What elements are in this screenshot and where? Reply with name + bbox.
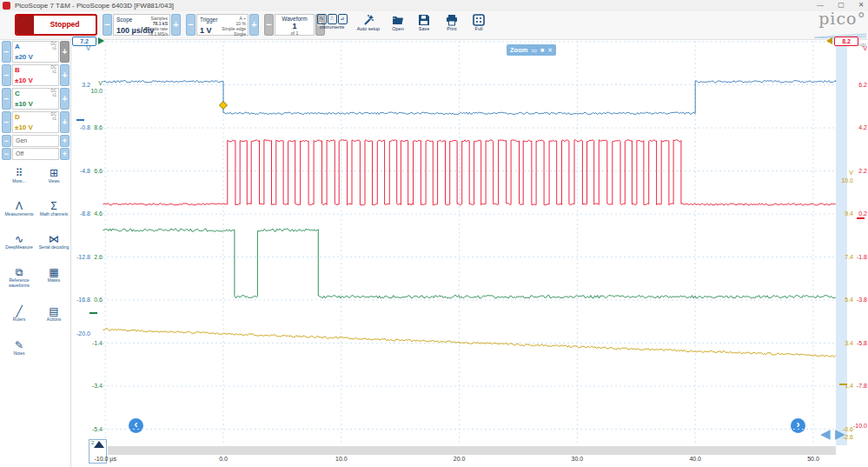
- time-tick-label: 40.0: [671, 456, 719, 462]
- axis-top-handle-d: 10.0: [824, 177, 853, 183]
- axis-tick-label: -20.0: [50, 330, 90, 337]
- channel-b-zero-marker[interactable]: [857, 217, 865, 219]
- time-tick-label: 20.0: [435, 456, 484, 462]
- axis-tick-label: -3.4: [66, 383, 103, 389]
- channel-a-zero-marker[interactable]: [76, 119, 84, 121]
- axis-top-handle-c: 10.0: [66, 88, 103, 94]
- instruments-label: Instruments: [313, 24, 351, 30]
- axis-tick-label: 5.4: [824, 297, 853, 303]
- axis-tick-label: 4.6: [66, 210, 103, 217]
- axis-tick-label: -0.6: [824, 426, 853, 432]
- axis-tick-label: 4.2: [839, 124, 867, 130]
- axis-tick-label: 6.2: [839, 82, 867, 88]
- time-tick-label: 10.0: [317, 456, 366, 462]
- axis-tick-label: 2.6: [66, 254, 103, 260]
- channel-d-zero-marker[interactable]: [839, 384, 847, 385]
- time-tick-label: 30.0: [553, 456, 601, 462]
- axis-tick-label: V: [824, 170, 853, 176]
- instruments-icon: ∿⎍⊿: [313, 14, 351, 24]
- axis-tick-label: 3.4: [824, 340, 853, 346]
- waveform-plot[interactable]: [0, 0, 868, 467]
- picoscope-window: PicoScope 7 T&M - PicoScope 6403D [FW881…: [0, 0, 868, 467]
- trigger-marker-diamond[interactable]: [220, 102, 228, 110]
- axis-tick-label: V: [66, 80, 103, 86]
- full-label: Full: [460, 26, 498, 31]
- axis-top-handle-a[interactable]: 7.2: [72, 37, 96, 46]
- axis-tick-label: -5.4: [66, 426, 103, 432]
- axis-tick-label: -1.4: [66, 340, 103, 346]
- axis-tick-label: V: [50, 45, 90, 51]
- channel-d-offset-arrow-icon[interactable]: [826, 37, 832, 44]
- full-icon: [460, 14, 498, 26]
- time-tick-label: 0.0: [199, 456, 248, 462]
- time-tick-label: 50.0: [789, 456, 838, 462]
- axis-tick-label: 1.4: [824, 383, 853, 389]
- axis-top-handle-b[interactable]: 8.2: [834, 37, 858, 46]
- instruments-button[interactable]: ∿⎍⊿Instruments: [313, 14, 351, 30]
- channel-c-zero-marker[interactable]: [89, 312, 97, 314]
- time-tick-label: -10.0 µs: [81, 456, 129, 462]
- axis-tick-label: 0.6: [66, 297, 103, 303]
- axis-tick-label: 6.6: [66, 168, 103, 174]
- axis-tick-label: V: [839, 45, 867, 51]
- axis-tick-label: 9.4: [824, 210, 853, 217]
- axis-tick-label: 8.6: [66, 124, 103, 130]
- trace-channel-c: [103, 229, 836, 298]
- full-button[interactable]: Full: [460, 14, 498, 31]
- channel-c-offset-arrow-icon[interactable]: [98, 37, 104, 44]
- trace-channel-a: [103, 81, 836, 115]
- axis-tick-label: 7.4: [824, 254, 853, 260]
- axis-tick-label: -2.6: [824, 434, 853, 440]
- trace-channel-b: [103, 140, 836, 205]
